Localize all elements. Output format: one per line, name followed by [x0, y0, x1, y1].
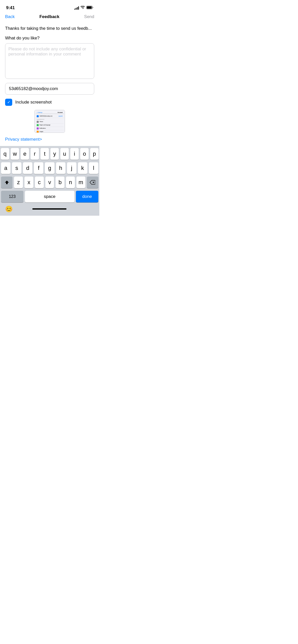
privacy-link[interactable]: Privacy statement>	[5, 137, 94, 142]
status-bar: 9:41	[0, 0, 99, 12]
key-t[interactable]: t	[40, 148, 49, 160]
nav-bar: Back Feedback Send	[0, 12, 99, 22]
back-button[interactable]: Back	[5, 14, 15, 19]
checkmark-icon: ✓	[7, 100, 10, 104]
backspace-key[interactable]	[87, 177, 98, 188]
question-label: What do you like?	[5, 36, 94, 41]
key-m[interactable]: m	[76, 177, 85, 188]
key-s[interactable]: s	[12, 162, 21, 174]
key-p[interactable]: p	[90, 148, 99, 160]
screenshot-thumbnail: < Settings Account 53d65182@moodjoy.com …	[35, 110, 65, 133]
key-a[interactable]: a	[1, 162, 10, 174]
svg-rect-1	[87, 6, 92, 9]
intro-text: Thanks for taking the time to send us fe…	[5, 25, 94, 32]
key-y[interactable]: y	[50, 148, 59, 160]
keyboard-row-2: a s d f g h j k l	[1, 162, 98, 174]
key-j[interactable]: j	[67, 162, 76, 174]
key-q[interactable]: q	[1, 148, 9, 160]
emoji-bar: 😊	[1, 204, 98, 215]
status-icons	[74, 6, 93, 10]
key-c[interactable]: c	[35, 177, 44, 188]
screenshot-checkbox-row: ✓ Include screenshot	[5, 99, 94, 106]
key-r[interactable]: r	[31, 148, 39, 160]
keyboard-row-1: q w e r t y u i o p	[1, 148, 98, 160]
email-field[interactable]	[5, 83, 94, 95]
key-k[interactable]: k	[78, 162, 87, 174]
key-b[interactable]: b	[56, 177, 64, 188]
keyboard: q w e r t y u i o p a s d f g h j k l z …	[0, 146, 99, 216]
key-o[interactable]: o	[80, 148, 89, 160]
key-z[interactable]: z	[14, 177, 23, 188]
page-title: Feedback	[39, 14, 59, 19]
key-x[interactable]: x	[24, 177, 33, 188]
keyboard-row-3: z x c v b n m	[1, 177, 98, 188]
key-l[interactable]: l	[89, 162, 98, 174]
battery-icon	[86, 6, 93, 10]
key-d[interactable]: d	[23, 162, 32, 174]
home-indicator	[32, 208, 66, 210]
key-i[interactable]: i	[70, 148, 79, 160]
content-area: Thanks for taking the time to send us fe…	[0, 22, 99, 142]
key-v[interactable]: v	[45, 177, 54, 188]
shift-key[interactable]	[1, 177, 12, 188]
signal-icon	[74, 6, 79, 10]
done-key[interactable]: done	[76, 191, 98, 202]
numbers-key[interactable]: 123	[1, 191, 23, 202]
key-f[interactable]: f	[34, 162, 43, 174]
emoji-button[interactable]: 😊	[5, 206, 13, 213]
key-g[interactable]: g	[45, 162, 54, 174]
key-n[interactable]: n	[66, 177, 75, 188]
wifi-icon	[80, 6, 85, 10]
send-button[interactable]: Send	[84, 14, 94, 19]
feedback-textarea[interactable]	[5, 43, 94, 79]
screenshot-preview[interactable]: < Settings Account 53d65182@moodjoy.com …	[34, 110, 65, 133]
status-time: 9:41	[6, 5, 15, 10]
include-screenshot-checkbox[interactable]: ✓	[5, 99, 12, 106]
checkbox-label: Include screenshot	[15, 100, 52, 105]
space-key[interactable]: space	[25, 191, 74, 202]
key-w[interactable]: w	[11, 148, 19, 160]
key-u[interactable]: u	[60, 148, 69, 160]
key-e[interactable]: e	[21, 148, 29, 160]
keyboard-bottom-row: 123 space done	[1, 191, 98, 202]
key-h[interactable]: h	[56, 162, 65, 174]
